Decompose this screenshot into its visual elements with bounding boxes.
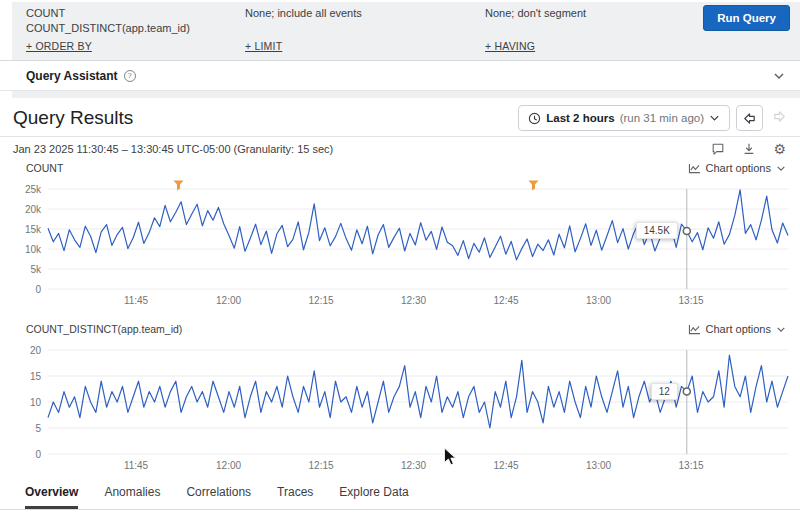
x-tick-label: 13:00 — [586, 460, 611, 471]
download-button[interactable] — [742, 142, 756, 156]
hover-tooltip: 12 — [651, 383, 678, 400]
chart-options-dropdown[interactable]: Chart options — [688, 162, 786, 174]
chevron-down-icon — [776, 326, 786, 333]
x-tick-label: 13:15 — [679, 460, 704, 471]
visualize-clause[interactable]: COUNT COUNT_DISTINCT(app.team_id) — [26, 6, 190, 36]
count-plot-area[interactable]: 25k20k15k10k5k0 11:4512:0012:1512:3012:4… — [48, 189, 788, 311]
y-tick-label: 25k — [25, 184, 41, 195]
x-tick-label: 12:45 — [494, 295, 519, 306]
download-icon — [742, 142, 756, 156]
x-tick-label: 11:45 — [124, 295, 148, 306]
query-builder-panel: COUNT COUNT_DISTINCT(app.team_id) None; … — [0, 0, 800, 60]
visualize-count-distinct[interactable]: COUNT_DISTINCT(app.team_id) — [26, 21, 190, 36]
forward-arrow-icon — [772, 109, 787, 124]
x-tick-label: 11:45 — [124, 460, 148, 471]
x-tick-label: 13:15 — [679, 295, 704, 306]
previous-query-button[interactable] — [736, 105, 763, 131]
clock-icon — [528, 112, 541, 125]
y-tick-label: 0 — [35, 449, 41, 460]
back-arrow-icon — [742, 111, 757, 126]
trigger-marker-icon[interactable] — [173, 180, 184, 191]
group-by-clause[interactable]: None; don't segment — [485, 6, 586, 21]
limit-link[interactable]: + LIMIT — [245, 40, 282, 52]
y-tick-label: 5k — [30, 264, 41, 275]
comment-icon — [711, 142, 725, 156]
time-range-value: Last 2 hours — [546, 112, 614, 124]
tab-overview[interactable]: Overview — [25, 485, 78, 509]
chevron-down-icon — [776, 165, 786, 172]
chart-title: COUNT_DISTINCT(app.team_id) — [26, 323, 182, 335]
line-chart-icon — [688, 324, 701, 335]
y-tick-label: 10k — [25, 244, 41, 255]
page-title: Query Results — [13, 107, 133, 129]
tab-anomalies[interactable]: Anomalies — [104, 485, 160, 509]
section-divider — [0, 91, 800, 98]
count-distinct-plot-area[interactable]: 20151050 11:4512:0012:1512:3012:4513:001… — [48, 350, 788, 476]
results-header: Query Results Last 2 hours (run 31 min a… — [0, 98, 800, 137]
y-tick-label: 10 — [30, 397, 41, 408]
tab-correlations[interactable]: Correlations — [186, 485, 251, 509]
results-meta-row: Jan 23 2025 11:30:45 – 13:30:45 UTC-05:0… — [0, 137, 800, 159]
query-assistant-bar[interactable]: Query Assistant ? — [0, 60, 800, 91]
chevron-down-icon[interactable] — [772, 71, 786, 81]
where-clause[interactable]: None; include all events — [245, 6, 362, 21]
visualize-count[interactable]: COUNT — [26, 6, 190, 21]
y-tick-label: 20 — [30, 345, 41, 356]
info-icon[interactable]: ? — [124, 70, 136, 82]
chevron-down-icon — [709, 114, 720, 122]
x-tick-label: 12:45 — [494, 460, 519, 471]
y-tick-label: 5 — [35, 423, 41, 434]
chart-title: COUNT — [26, 162, 63, 174]
x-tick-label: 12:00 — [216, 460, 241, 471]
x-tick-label: 13:00 — [586, 295, 611, 306]
y-tick-label: 15 — [30, 371, 41, 382]
x-tick-label: 12:00 — [216, 295, 241, 306]
x-tick-label: 12:15 — [309, 295, 334, 306]
tab-traces[interactable]: Traces — [277, 485, 313, 509]
count-chart: COUNT Chart options 25k20k15k10k5k0 11:4… — [0, 159, 800, 311]
results-tab-bar: Overview Anomalies Correlations Traces E… — [0, 484, 800, 510]
y-tick-label: 15k — [25, 224, 41, 235]
date-range-text: Jan 23 2025 11:30:45 – 13:30:45 UTC-05:0… — [13, 143, 333, 155]
time-range-dropdown[interactable]: Last 2 hours (run 31 min ago) — [518, 105, 730, 131]
y-tick-label: 0 — [35, 284, 41, 295]
y-tick-label: 20k — [25, 204, 41, 215]
x-tick-label: 12:30 — [401, 460, 426, 471]
gear-icon: ⚙ — [773, 142, 786, 156]
x-tick-label: 12:30 — [401, 295, 426, 306]
x-tick-label: 12:15 — [309, 460, 334, 471]
line-chart-icon — [688, 163, 701, 174]
run-query-button[interactable]: Run Query — [703, 5, 790, 31]
next-query-button[interactable] — [769, 109, 790, 128]
comment-button[interactable] — [711, 142, 725, 156]
having-link[interactable]: + HAVING — [485, 40, 535, 52]
trigger-marker-icon[interactable] — [528, 180, 539, 191]
settings-button[interactable]: ⚙ — [773, 142, 786, 156]
count-plot-svg[interactable] — [48, 189, 788, 289]
tab-explore-data[interactable]: Explore Data — [339, 485, 408, 509]
count-distinct-plot-svg[interactable] — [48, 350, 788, 454]
count-distinct-chart: COUNT_DISTINCT(app.team_id) Chart option… — [0, 320, 800, 476]
hover-tooltip: 14.5K — [636, 222, 678, 239]
time-range-note: (run 31 min ago) — [620, 112, 704, 124]
order-by-link[interactable]: + ORDER BY — [26, 40, 92, 52]
query-assistant-label: Query Assistant — [26, 69, 118, 83]
chart-options-dropdown[interactable]: Chart options — [688, 323, 786, 335]
